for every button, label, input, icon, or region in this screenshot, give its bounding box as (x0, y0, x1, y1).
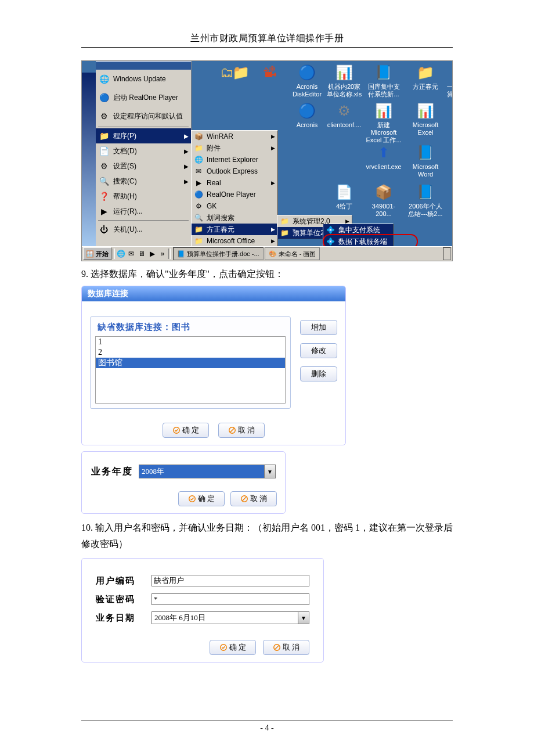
start-item[interactable]: 📁程序(P)▶ (96, 128, 191, 143)
menu-label: 集中支付系统 (338, 225, 380, 235)
desktop-icon[interactable]: 📘国库集中支付系统新... (365, 62, 402, 98)
year-dialog: 业务年度 2008年 ▼ 确 定 取 消 (81, 451, 286, 514)
menu-label: 搜索(C) (113, 177, 137, 186)
submenu-item[interactable]: ▶Real▶ (192, 177, 277, 189)
submenu-item[interactable]: 🌐Internet Explorer (192, 154, 277, 165)
taskbar-item[interactable]: 🎨未命名 - 画图 (265, 247, 320, 260)
start-item[interactable]: 📄文档(D)▶ (96, 143, 191, 159)
file-icon: 📘 (374, 62, 394, 82)
action-button[interactable]: 修改 (300, 343, 337, 358)
list-item[interactable]: 1 (96, 337, 285, 347)
taskbar-item[interactable]: 📘预算单位操作手册.doc -... (173, 247, 264, 260)
year-combo[interactable]: 2008年 ▼ (139, 465, 276, 478)
desktop-icon[interactable]: 📘2006年个人总结---杨2... (407, 182, 444, 218)
arrow-icon: ▶ (271, 238, 275, 244)
start-item[interactable]: ⚙设置(S)▶ (96, 159, 191, 174)
start-item[interactable]: 🔵启动 RealOne Player (96, 88, 191, 107)
cancel-label: 取 消 (283, 642, 300, 653)
more-icon[interactable]: » (158, 249, 167, 258)
quick-launch: 🌐 ✉ 🖥 ▶ » (116, 249, 167, 258)
cancel-button[interactable]: 取 消 (230, 491, 277, 506)
start-item[interactable]: 🔍搜索(C)▶ (96, 174, 191, 189)
menu-icon: 📦 (194, 132, 203, 141)
mail-icon[interactable]: ✉ (127, 249, 136, 258)
db-list[interactable]: 12图书馆 (95, 336, 286, 404)
action-button[interactable]: 增加 (300, 320, 337, 335)
user-label: 用户编码 (96, 575, 143, 586)
submenu-item[interactable]: 📁方正春元▶ (192, 224, 277, 235)
cancel-button[interactable]: 取 消 (218, 423, 265, 438)
menu-label: Real (207, 179, 221, 187)
desktop-icon[interactable]: 📄4给丁 (326, 182, 363, 210)
arrow-icon: ▶ (184, 148, 189, 154)
desktop-icon[interactable]: 📊机器内20家单位名称.xls (326, 62, 363, 98)
ok-button[interactable]: 确 定 (178, 491, 225, 506)
submenu-item[interactable]: 📁Microsoft Office▶ (192, 235, 277, 247)
menu-icon: ✉ (194, 167, 203, 176)
desktop-icon[interactable]: 📦349001-200... (365, 182, 402, 218)
list-item[interactable]: 2 (96, 347, 285, 358)
icon-label: vrvclient.exe (365, 163, 402, 171)
cancel-button[interactable]: 取 消 (263, 640, 309, 655)
submenu-item[interactable]: 📦WinRAR▶ (192, 131, 277, 142)
menu-label: Outlook Express (207, 167, 258, 175)
desktop-icon[interactable]: 🖥 (137, 249, 146, 258)
submenu-item[interactable]: 📁附件▶ (192, 142, 277, 154)
app-icon: 📘 (177, 250, 185, 258)
menu-label: GK (207, 202, 217, 210)
submenu-item[interactable]: 🔵RealOne Player (192, 189, 277, 200)
app-label: 预算单位操作手册.doc -... (187, 250, 259, 258)
menu-label: 划词搜索 (207, 213, 234, 223)
desktop-icon[interactable]: 📊新建 Microsoft Excel 工作... (365, 100, 402, 144)
date-combo[interactable]: 2008年 6月10日 ▼ (151, 611, 309, 624)
start-item[interactable]: ⏻关机(U)... (96, 222, 191, 237)
desktop-icon[interactable]: 📘Microsoft Word (407, 142, 444, 178)
submenu-item[interactable]: 💠集中支付系统 (323, 224, 393, 236)
ok-button[interactable]: 确 定 (163, 423, 209, 438)
start-item[interactable]: ❓帮助(H) (96, 189, 191, 204)
menu-label: 帮助(H) (113, 192, 137, 201)
menu-icon: ❓ (98, 190, 110, 202)
pwd-input[interactable] (151, 593, 309, 605)
file-icon: ⬆ (374, 142, 394, 162)
desktop-icon[interactable]: 📊一级部门预算执行情... (444, 62, 453, 98)
start-item[interactable]: ⚙设定程序访问和默认值 (96, 107, 191, 125)
pwd-label: 验证密码 (96, 594, 143, 605)
arrow-icon: ▶ (271, 145, 275, 151)
ok-label: 确 定 (229, 642, 246, 653)
chevron-down-icon[interactable]: ▼ (298, 612, 309, 624)
submenu-item[interactable]: ⚙GK (192, 200, 277, 212)
ok-button[interactable]: 确 定 (210, 640, 256, 655)
desktop-icon[interactable]: 📁方正春元 (407, 62, 444, 91)
file-icon: 📽 (260, 62, 280, 82)
desktop-icon[interactable]: 📽 (251, 62, 288, 83)
db-dialog-title: 数据库连接 (82, 286, 345, 301)
chevron-down-icon[interactable]: ▼ (264, 465, 275, 478)
icon-label: Microsoft Excel (407, 121, 444, 136)
list-item[interactable]: 图书馆 (96, 358, 285, 368)
desktop-icon[interactable]: 🔵Acronis (288, 100, 326, 129)
user-input[interactable] (151, 575, 309, 586)
db-dialog: 数据库连接 缺省数据库连接：图书 12图书馆 增加修改删除 确 定 取 消 (81, 286, 346, 445)
file-icon: 🔵 (297, 62, 317, 82)
submenu-item[interactable]: 💠数据下载服务端 (323, 236, 393, 247)
desktop-icon[interactable]: 🔵Acronis DiskEditor (288, 62, 326, 98)
action-button[interactable]: 删除 (300, 366, 337, 381)
start-item[interactable]: ▶运行(R)... (96, 204, 191, 219)
start-button[interactable]: 🪟 开始 (83, 247, 111, 260)
arrow-icon: ▶ (184, 178, 189, 185)
desktop-icon[interactable]: ⚙clientconf.... (326, 100, 363, 129)
submenu-item[interactable]: 🔍划词搜索 (192, 212, 277, 224)
submenu-item[interactable]: ✉Outlook Express (192, 165, 277, 177)
ie-icon[interactable]: 🌐 (116, 249, 125, 258)
menu-icon: 🔵 (98, 92, 110, 103)
menu-icon: ⚙ (98, 160, 110, 172)
menu-label: 数据下载服务端 (338, 237, 387, 247)
desktop-icon[interactable]: 📊Microsoft Excel (407, 100, 444, 136)
ok-label: 确 定 (182, 425, 199, 435)
cancel-label: 取 消 (250, 494, 267, 504)
start-item[interactable]: 🌐Windows Update (96, 70, 191, 88)
player-icon[interactable]: ▶ (147, 249, 157, 258)
desktop-icon[interactable]: ⬆vrvclient.exe (365, 142, 402, 171)
icon-label: Acronis (288, 121, 326, 129)
